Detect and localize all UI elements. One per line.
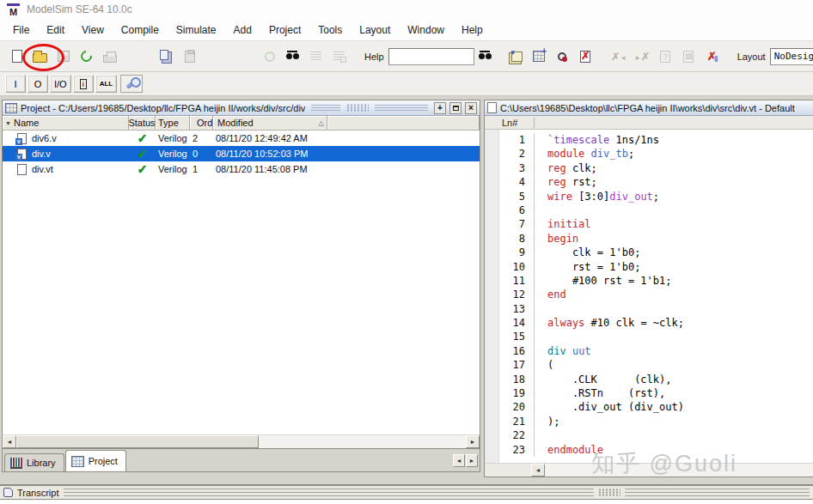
- restart-forward-button[interactable]: [632, 46, 653, 67]
- code-editor[interactable]: 1`timescale 1ns/1ns2module div_tb;3reg c…: [485, 130, 813, 463]
- code-line-11[interactable]: 11 #100 rst = 1'b1;: [485, 274, 813, 288]
- options-button[interactable]: [259, 46, 280, 67]
- code-line-2[interactable]: 2module div_tb;: [485, 147, 813, 161]
- menu-project[interactable]: Project: [261, 21, 309, 39]
- simulate-button[interactable]: [552, 46, 573, 67]
- code-line-22[interactable]: 22: [485, 428, 813, 442]
- panel-close-button[interactable]: ×: [465, 102, 477, 114]
- scrollbar-track[interactable]: [545, 464, 813, 477]
- project-row-div6.v[interactable]: div6.v✓Verilog208/11/20 12:49:42 AM: [3, 131, 480, 146]
- source-code[interactable]: 1`timescale 1ns/1ns2module div_tb;3reg c…: [485, 133, 813, 463]
- open-folder-button[interactable]: [29, 46, 51, 67]
- project-row-div.v[interactable]: div.v✓Verilog008/11/20 10:52:03 PM: [3, 146, 480, 161]
- menu-file[interactable]: File: [5, 21, 37, 39]
- tab-scroll-right[interactable]: ►: [466, 454, 478, 467]
- editor-panel-header[interactable]: C:\Users\19685\Desktop\llc\FPGA heijin I…: [485, 100, 813, 116]
- filter-i-button[interactable]: I: [5, 75, 26, 93]
- project-panel-header[interactable]: Project - C:/Users/19685/Desktop/llc/FPG…: [3, 100, 480, 116]
- code-line-20[interactable]: 20 .div_out (div_out): [485, 400, 813, 414]
- filter-i-button[interactable]: i: [73, 75, 94, 93]
- code-line-6[interactable]: 6: [485, 203, 813, 217]
- code-line-17[interactable]: 17(: [485, 358, 813, 372]
- transcript-drag-handle[interactable]: [64, 489, 595, 496]
- code-line-23[interactable]: 23endmodule: [485, 443, 813, 457]
- print-button[interactable]: [99, 46, 120, 67]
- menu-add[interactable]: Add: [226, 21, 260, 39]
- filter-i-o-button[interactable]: I/O: [50, 75, 71, 93]
- code-line-14[interactable]: 14always #10 clk = ~clk;: [485, 316, 813, 330]
- tab-project[interactable]: Project: [65, 450, 126, 471]
- panel-add-button[interactable]: +: [434, 102, 446, 114]
- scroll-left-arrow[interactable]: ◄: [531, 464, 545, 477]
- compile-all-button[interactable]: [529, 46, 550, 67]
- restart-back-button[interactable]: [608, 46, 630, 67]
- copy-button[interactable]: [156, 46, 177, 67]
- save-button[interactable]: [52, 46, 74, 67]
- code-line-1[interactable]: 1`timescale 1ns/1ns: [485, 133, 813, 147]
- editor-horizontal-scrollbar[interactable]: ◄: [485, 463, 813, 477]
- menu-view[interactable]: View: [74, 21, 112, 39]
- cut-button[interactable]: [132, 46, 154, 67]
- scroll-left-arrow[interactable]: ◄: [3, 435, 16, 448]
- layout-combobox[interactable]: NoDesign: [770, 48, 813, 65]
- menu-edit[interactable]: Edit: [39, 21, 72, 39]
- scrollbar-thumb[interactable]: [16, 435, 259, 448]
- reload-button[interactable]: [76, 46, 97, 67]
- code-line-7[interactable]: 7initial: [485, 217, 813, 231]
- transcript-drag-handle[interactable]: [625, 489, 810, 496]
- find-binoculars-button[interactable]: [282, 46, 303, 67]
- code-line-16[interactable]: 16div uut: [485, 344, 813, 358]
- menu-compile[interactable]: Compile: [113, 21, 167, 39]
- panel-drag-handle[interactable]: [311, 105, 340, 112]
- help-search-button[interactable]: [474, 46, 496, 67]
- paste-button[interactable]: [179, 46, 200, 67]
- menu-help[interactable]: Help: [454, 21, 491, 39]
- configure-button[interactable]: [120, 75, 143, 93]
- code-line-5[interactable]: 5wire [3:0]div_out;: [485, 190, 813, 203]
- transcript-drag-grip[interactable]: [598, 489, 620, 496]
- code-line-19[interactable]: 19 .RSTn (rst),: [485, 386, 813, 400]
- panel-drag-handle[interactable]: [375, 105, 428, 112]
- column-order[interactable]: Order: [190, 116, 213, 130]
- step-over-button[interactable]: [678, 46, 700, 67]
- code-line-10[interactable]: 10 rst = 1'b0;: [485, 260, 813, 274]
- simulate-stop-button[interactable]: [575, 46, 596, 67]
- code-line-9[interactable]: 9 clk = 1'b0;: [485, 246, 813, 259]
- column-modified[interactable]: Modified△: [213, 116, 327, 130]
- code-line-15[interactable]: 15: [485, 330, 813, 343]
- filter-all-button[interactable]: ALL: [95, 75, 118, 93]
- panel-undock-button[interactable]: [449, 102, 462, 114]
- code-line-8[interactable]: 8begin: [485, 232, 813, 246]
- menu-tools[interactable]: Tools: [310, 21, 350, 39]
- column-type[interactable]: Type: [156, 116, 190, 130]
- filter-o-button[interactable]: O: [28, 75, 48, 93]
- tab-scroll-left[interactable]: ◄: [453, 454, 465, 467]
- filter-button[interactable]: [328, 46, 350, 67]
- project-horizontal-scrollbar[interactable]: ◄ ►: [3, 434, 480, 448]
- tree-collapse-icon[interactable]: ▼: [5, 120, 11, 126]
- code-line-4[interactable]: 4reg rst;: [485, 175, 813, 189]
- menu-layout[interactable]: Layout: [351, 21, 398, 39]
- find-files-button[interactable]: [305, 46, 327, 67]
- break-button[interactable]: [701, 46, 723, 67]
- panel-drag-grip[interactable]: [346, 104, 369, 112]
- project-row-div.vt[interactable]: div.vt✓Verilog108/11/20 11:45:08 PM: [3, 161, 480, 177]
- new-file-button[interactable]: [6, 46, 28, 67]
- compile-button[interactable]: [505, 46, 527, 67]
- code-line-13[interactable]: 13: [485, 302, 813, 316]
- code-line-12[interactable]: 12end: [485, 288, 813, 301]
- tab-library[interactable]: Library: [4, 453, 64, 471]
- step-button[interactable]: [655, 46, 676, 67]
- transcript-bar[interactable]: Transcript: [0, 484, 813, 500]
- code-line-18[interactable]: 18 .CLK (clk),: [485, 373, 813, 386]
- scrollbar-track[interactable]: [259, 435, 466, 448]
- redo-button[interactable]: [225, 46, 247, 67]
- undo-button[interactable]: [202, 46, 223, 67]
- scroll-right-arrow[interactable]: ►: [466, 435, 480, 448]
- code-line-21[interactable]: 21);: [485, 415, 813, 428]
- column-name[interactable]: ▼Name: [3, 116, 129, 130]
- menu-simulate[interactable]: Simulate: [168, 21, 224, 39]
- menu-window[interactable]: Window: [400, 21, 452, 39]
- code-line-3[interactable]: 3reg clk;: [485, 161, 813, 175]
- column-status[interactable]: Status: [129, 116, 156, 130]
